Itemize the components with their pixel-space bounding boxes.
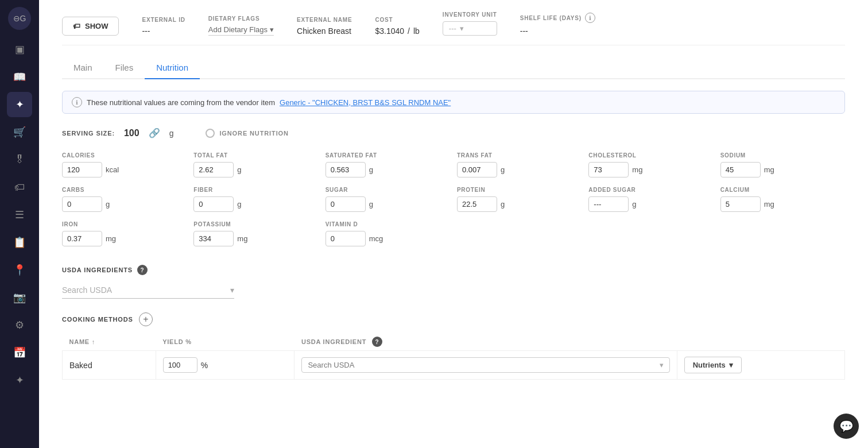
analytics-icon: ✦ (16, 98, 24, 111)
sidebar-item-camera[interactable]: 📷 (7, 285, 32, 310)
yield-input[interactable] (163, 357, 197, 373)
sidebar-item-badges[interactable]: 🎖 (7, 147, 32, 172)
info-banner: ℹ These nutritional values are coming fr… (62, 91, 845, 114)
chat-bubble[interactable]: 💬 (834, 414, 859, 439)
nutrient-iron: IRON mg (62, 221, 187, 246)
saturated-fat-input[interactable] (326, 162, 366, 177)
inventory-unit-field: INVENTORY UNIT --- ▾ (443, 11, 497, 36)
usda-help-icon[interactable]: ? (137, 265, 148, 275)
tab-files[interactable]: Files (104, 57, 145, 79)
vitamin-d-label: VITAMIN D (326, 221, 450, 227)
add-cooking-method-button[interactable]: + (139, 312, 153, 326)
row-usda-input[interactable] (308, 361, 656, 369)
sidebar-item-location[interactable]: 📍 (7, 257, 32, 283)
logo-icon: ⊖G (13, 14, 26, 23)
sliders-icon: ⚙ (15, 319, 24, 331)
sugar-input[interactable] (326, 196, 366, 212)
carbs-input[interactable] (62, 196, 102, 212)
calories-input[interactable] (62, 162, 102, 177)
nutrients-chevron-icon: ▾ (729, 361, 733, 369)
sidebar-item-calendar[interactable]: 📅 (7, 340, 32, 365)
ignore-nutrition-label[interactable]: IGNORE NUTRITION (219, 130, 288, 137)
fiber-unit: g (237, 200, 241, 208)
sidebar-item-sliders[interactable]: ⚙ (7, 312, 32, 338)
total-fat-input[interactable] (193, 162, 234, 177)
sidebar-item-star[interactable]: ✦ (7, 368, 32, 393)
ignore-nutrition-radio[interactable] (206, 129, 215, 138)
sidebar-item-catalog[interactable]: 📋 (7, 230, 32, 255)
potassium-input[interactable] (193, 231, 234, 246)
info-icon[interactable]: ℹ (585, 13, 595, 23)
shelf-life-value: --- (520, 26, 595, 36)
nutrient-potassium: POTASSIUM mg (193, 221, 318, 246)
nutrient-saturated-fat: SATURATED FAT g (326, 152, 450, 177)
row-yield: % (156, 351, 294, 380)
calendar-icon: 📅 (13, 346, 26, 359)
usda-search-container[interactable]: ▾ (62, 282, 234, 299)
book-icon: 📖 (13, 71, 26, 83)
show-button[interactable]: 🏷 SHOW (62, 17, 119, 36)
cholesterol-unit: mg (632, 165, 642, 174)
nutrients-label: Nutrients (693, 361, 726, 369)
badge-icon: 🎖 (14, 154, 25, 166)
usda-ingredient-help-icon[interactable]: ? (372, 337, 382, 347)
cost-row: $3.1040 / lb (375, 26, 419, 36)
total-fat-unit: g (237, 165, 241, 174)
saturated-fat-label: SATURATED FAT (326, 152, 450, 159)
usda-ingredients-header: USDA INGREDIENTS ? (62, 265, 845, 275)
sidebar-item-dashboard[interactable]: ▣ (7, 37, 32, 62)
external-name-field: EXTERNAL NAME Chicken Breast (297, 17, 352, 36)
catalog-icon: 📋 (13, 236, 26, 249)
sidebar: ⊖G ▣ 📖 ✦ 🛒 🎖 🏷 ☰ 📋 📍 📷 ⚙ 📅 ✦ (0, 0, 39, 448)
nutrient-protein: PROTEIN g (457, 187, 582, 212)
sidebar-item-orders[interactable]: 🛒 (7, 119, 32, 145)
sodium-input[interactable] (720, 162, 761, 177)
inventory-unit-select[interactable]: --- ▾ (443, 21, 497, 36)
cooking-methods-table: Name ↑ Yield % USDA Ingredient ? Baked (62, 333, 845, 380)
cost-value: $3.1040 (375, 26, 404, 36)
calories-unit: kcal (106, 165, 119, 174)
inventory-unit-label: INVENTORY UNIT (443, 11, 497, 18)
nutrition-content: ℹ These nutritional values are coming fr… (62, 79, 845, 380)
total-fat-label: TOTAL FAT (193, 152, 318, 159)
iron-label: IRON (62, 221, 187, 227)
sidebar-item-analytics[interactable]: ✦ (7, 92, 32, 117)
usda-chevron-icon: ▾ (230, 285, 234, 295)
sugar-label: SUGAR (326, 187, 450, 193)
fiber-input[interactable] (193, 196, 234, 212)
added-sugar-unit: g (632, 200, 636, 208)
usda-search-input[interactable] (62, 285, 226, 295)
carbs-label: CARBS (62, 187, 187, 193)
potassium-label: POTASSIUM (193, 221, 318, 227)
calcium-unit: mg (764, 200, 774, 208)
cholesterol-input[interactable] (588, 162, 629, 177)
row-nutrients: Nutrients ▾ (677, 351, 844, 380)
cost-unit: lb (413, 26, 420, 36)
main-content: 🏷 SHOW EXTERNAL ID --- DIETARY FLAGS Add… (39, 0, 868, 448)
dietary-flags-button[interactable]: Add Dietary Flags ▾ (208, 25, 274, 36)
calcium-input[interactable] (720, 196, 761, 212)
sidebar-item-list[interactable]: ☰ (7, 202, 32, 227)
sidebar-logo[interactable]: ⊖G (8, 7, 31, 30)
vendor-item-link[interactable]: Generic - "CHICKEN, BRST B&S SGL RNDM NA… (280, 98, 451, 107)
cooking-methods-header: COOKING METHODS + (62, 312, 845, 326)
protein-input[interactable] (457, 196, 497, 212)
list-icon: ☰ (15, 208, 24, 221)
row-usda-chevron: ▾ (660, 361, 664, 369)
sidebar-item-tags[interactable]: 🏷 (7, 175, 32, 200)
nutrients-button[interactable]: Nutrients ▾ (684, 357, 742, 373)
star-icon: ✦ (16, 374, 24, 387)
protein-label: PROTEIN (457, 187, 582, 193)
nutrient-total-fat: TOTAL FAT g (193, 152, 318, 177)
tab-main[interactable]: Main (62, 57, 104, 79)
iron-input[interactable] (62, 231, 102, 246)
chevron-down-icon: ▾ (460, 24, 464, 33)
vitamin-d-input[interactable] (326, 231, 366, 246)
sort-icon[interactable]: ↑ (92, 338, 95, 345)
tab-nutrition[interactable]: Nutrition (145, 57, 200, 79)
sugar-unit: g (369, 200, 373, 208)
added-sugar-input[interactable] (588, 196, 629, 212)
sidebar-item-book[interactable]: 📖 (7, 64, 32, 90)
trans-fat-input[interactable] (457, 162, 497, 177)
row-usda-search[interactable]: ▾ (301, 357, 669, 373)
